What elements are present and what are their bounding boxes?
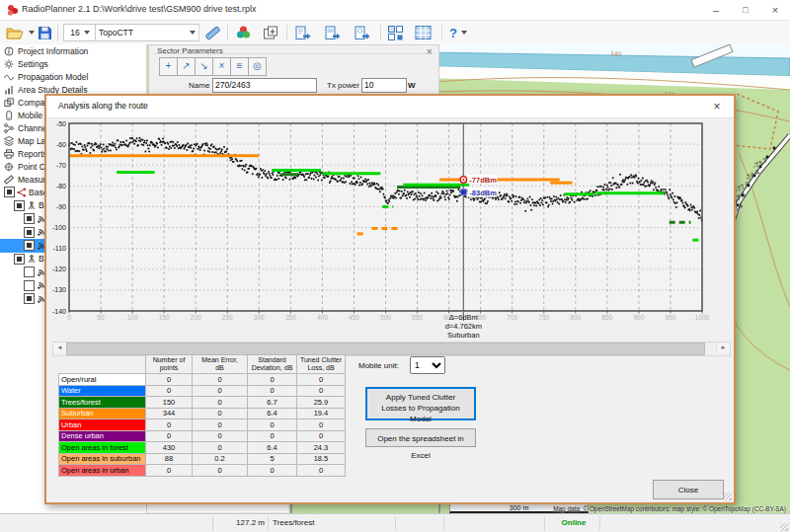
calculation-grid-button[interactable] — [415, 24, 432, 41]
scroll-right-arrow[interactable]: ► — [716, 342, 730, 353]
save-button[interactable] — [38, 24, 52, 41]
svg-text:950: 950 — [666, 314, 676, 321]
dialog-resize-grip[interactable] — [724, 493, 732, 500]
table-row: Water0000 — [59, 385, 346, 397]
apply-clutter-losses-button[interactable]: Apply Tuned Clutter Losses to Propagatio… — [365, 387, 476, 420]
svg-text:-80: -80 — [56, 183, 66, 190]
sector-panel-close-button[interactable]: × — [427, 45, 433, 57]
tree-checkbox[interactable] — [24, 280, 35, 291]
export-png-button[interactable] — [324, 24, 342, 41]
map-style-combobox[interactable]: TopoCTT — [95, 24, 199, 41]
table-value-cell: 6.4 — [248, 442, 297, 454]
main-toolbar: 16 TopoCTT — [0, 21, 790, 45]
table-header-cell — [59, 355, 146, 374]
table-value-cell: 0 — [248, 465, 297, 477]
minimize-button[interactable]: – — [701, 0, 731, 20]
sidebar-item-label: Settings — [18, 59, 48, 69]
table-value-cell: 0 — [193, 397, 248, 409]
table-value-cell: 0 — [193, 465, 248, 477]
svg-text:500: 500 — [380, 314, 391, 321]
window-title: RadioPlanner 2.1 D:\Work\drive test\GSM9… — [22, 4, 256, 14]
propagation-icon — [4, 72, 14, 82]
zoom-level-combobox[interactable]: 16 — [63, 24, 97, 41]
svg-text:450: 450 — [349, 314, 359, 321]
tree-checkbox[interactable] — [24, 266, 35, 277]
mobile-unit-label: Mobile unit: — [358, 361, 399, 370]
sidebar-item-propagation-model[interactable]: Propagation Model — [0, 70, 146, 83]
table-row: Trees/forest15006.725.9 — [59, 397, 346, 409]
title-bar: RadioPlanner 2.1 D:\Work\drive test\GSM9… — [0, 0, 790, 21]
export-image-icon — [324, 26, 342, 40]
sidebar-item-settings[interactable]: Settings — [0, 57, 146, 70]
close-button[interactable]: × — [760, 0, 790, 20]
cursor-distance: 127.2 m — [217, 518, 265, 527]
table-header-cell: Mean Error,dB — [193, 355, 248, 374]
locate-sector-button[interactable]: ◎ — [248, 57, 267, 76]
clutter-label-cell: Open/rural — [59, 374, 146, 386]
layout-panels-button[interactable] — [387, 24, 404, 41]
tree-checkbox[interactable] — [14, 200, 25, 211]
rotate-down-button[interactable]: ↘ — [195, 57, 213, 76]
table-value-cell: 150 — [146, 397, 193, 409]
measure-tool-button[interactable] — [204, 24, 221, 41]
dialog-title-bar[interactable]: Analysis along the route × — [46, 96, 734, 118]
svg-text:d=4.762km: d=4.762km — [445, 322, 482, 331]
clutter-label-cell: Trees/forest — [59, 397, 146, 409]
sidebar-item-project-information[interactable]: Project Information — [0, 44, 146, 57]
export-html-button[interactable] — [294, 24, 312, 41]
tree-checkbox[interactable] — [24, 293, 35, 304]
svg-text:0: 0 — [67, 314, 71, 321]
tx-power-input[interactable]: 10 — [361, 78, 407, 93]
table-value-cell: 5 — [248, 453, 297, 465]
dialog-close-button[interactable]: × — [708, 98, 726, 115]
table-row: Open areas in urban0000 — [59, 465, 346, 477]
table-value-cell: 0.2 — [193, 453, 248, 465]
map-style-value: TopoCTT — [99, 28, 186, 38]
table-value-cell: 0 — [193, 442, 248, 454]
scroll-left-arrow[interactable]: ◄ — [53, 342, 67, 353]
help-button[interactable]: ? — [449, 24, 467, 41]
tree-checkbox[interactable] — [24, 240, 35, 251]
app-logo-icon — [6, 4, 19, 17]
svg-text:50: 50 — [97, 314, 105, 321]
tree-checkbox[interactable] — [24, 227, 35, 238]
add-sector-button[interactable]: + — [159, 57, 178, 76]
route-analysis-chart[interactable]: -50-60-70-80-90-100-110-120-130-14005010… — [52, 119, 729, 341]
dialog-close-action-button[interactable]: Close — [653, 480, 724, 499]
tree-checkbox[interactable] — [4, 187, 15, 197]
tree-checkbox[interactable] — [14, 254, 25, 265]
tree-checkbox[interactable] — [24, 213, 35, 224]
table-value-cell: 0 — [193, 430, 248, 442]
sector-settings-button[interactable]: ≡ — [230, 57, 249, 76]
svg-text:Δ=6dBm: Δ=6dBm — [449, 313, 478, 322]
table-value-cell: 0 — [146, 430, 193, 442]
online-status: Online — [549, 518, 598, 527]
svg-text:-100: -100 — [52, 224, 66, 231]
measurements-icon — [4, 175, 14, 185]
delete-sector-button[interactable]: × — [212, 57, 231, 76]
table-value-cell: 6.4 — [248, 408, 297, 419]
mobile-unit-select[interactable]: 1 — [410, 356, 445, 374]
analysis-dialog: Analysis along the route × -50-60-70-80-… — [44, 94, 736, 504]
maximize-button[interactable]: □ — [731, 0, 760, 20]
point-calc-icon — [4, 162, 14, 172]
clutter-label-cell: Water — [59, 385, 146, 397]
table-row: Open/rural0000 — [59, 374, 346, 386]
open-dropdown-caret[interactable] — [29, 31, 35, 35]
rotate-up-button[interactable]: ↗ — [177, 57, 196, 76]
svg-text:Suburban: Suburban — [447, 331, 480, 340]
svg-text:1000: 1000 — [695, 314, 710, 321]
table-row: Open areas in suburban880.2518.5 — [59, 453, 346, 465]
sector-name-input[interactable]: 270/2463 — [212, 78, 317, 93]
new-window-button[interactable] — [263, 24, 278, 41]
open-excel-button[interactable]: Open the spreadsheet in Excel — [365, 428, 476, 447]
area-study-icon — [4, 85, 14, 95]
window-resize-grip[interactable] — [780, 523, 788, 531]
export-kmz-button[interactable] — [354, 24, 371, 41]
color-palette-button[interactable] — [235, 24, 252, 41]
table-row: Dense urban0000 — [59, 430, 346, 442]
open-project-button[interactable] — [6, 24, 35, 41]
share-icon — [17, 188, 27, 197]
table-value-cell: 0 — [297, 419, 346, 431]
table-row: Urban0000 — [59, 419, 346, 431]
